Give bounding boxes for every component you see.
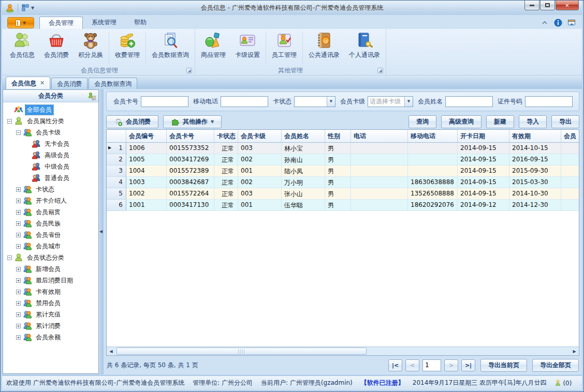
tree-item-1[interactable]: − 会员属性分类 — [3, 115, 98, 127]
last-page-button[interactable]: >| — [461, 359, 475, 371]
column-header-5[interactable]: 性别 — [325, 130, 351, 142]
tree-item-16[interactable]: + 卡有效期 — [3, 286, 98, 297]
tree-expander-icon[interactable]: + — [16, 290, 21, 294]
tree-expander-icon[interactable]: + — [16, 233, 21, 237]
column-header-4[interactable]: 会员姓名 — [282, 130, 325, 142]
tree-expander-icon[interactable]: + — [16, 221, 21, 226]
ribbon-button-1-4[interactable]: 个人通讯录 — [344, 30, 385, 66]
dialog-launcher-icon[interactable]: ◢ — [377, 68, 383, 73]
column-header-10[interactable]: 会员 — [561, 130, 579, 142]
ribbon-button-0-2[interactable]: 积分兑换 — [74, 30, 108, 66]
minimize-button[interactable] — [524, 1, 539, 10]
tree-item-8[interactable]: + 开卡介绍人 — [3, 195, 98, 206]
ribbon-button-0-0[interactable]: 会员信息 — [5, 30, 39, 66]
grid-row-3[interactable]: 4 10030003842687正常002万小明男186306388882014… — [107, 177, 579, 188]
sidebar-splitter[interactable]: ◀ — [99, 89, 104, 374]
collapse-sidebar-icon[interactable]: ◀ — [99, 222, 103, 241]
tree-item-2[interactable]: − 会员卡级 — [3, 127, 98, 138]
tab-close-icon[interactable]: ✕ — [40, 78, 45, 88]
ribbon-tab-member-mgmt[interactable]: 会员管理 — [39, 17, 83, 29]
grid-row-1[interactable]: 2 10050003417269正常002孙南山男2014-09-152016-… — [107, 154, 579, 165]
ribbon-button-1-0[interactable]: 商品管理 — [196, 30, 230, 66]
info-icon[interactable] — [554, 19, 562, 27]
doc-tab-member-data-query[interactable]: 会员数据查询 — [89, 78, 137, 89]
member-consume-button[interactable]: 会员消费 — [106, 115, 158, 128]
tree-item-0[interactable]: 全部会员 — [3, 104, 98, 115]
scrollbar-thumb[interactable]: |||| — [116, 348, 367, 355]
ribbon-button-1-1[interactable]: 卡级设置 — [230, 30, 265, 66]
prev-page-button[interactable]: < — [405, 359, 419, 371]
tree-expander-icon[interactable]: + — [16, 278, 21, 283]
resize-grip[interactable]: ⋰⋰ — [580, 380, 584, 386]
ribbon-button-1-2[interactable]: 员工管理 — [267, 30, 301, 66]
query-button[interactable]: 查询 — [408, 115, 436, 128]
quick-access-caret-icon[interactable]: ▼ — [31, 6, 34, 10]
id-number-input[interactable] — [525, 96, 573, 107]
card-level-select[interactable]: 请选择卡级 ▼ — [368, 96, 413, 107]
tree-item-5[interactable]: 中级会员 — [3, 161, 98, 172]
tree-expander-icon[interactable]: + — [16, 301, 21, 306]
column-header-3[interactable]: 会员卡级 — [238, 130, 282, 142]
scroll-left-icon[interactable]: ◀ — [107, 347, 115, 355]
tree-expander-icon[interactable]: + — [16, 267, 21, 272]
tree-expander-icon[interactable]: − — [16, 130, 21, 135]
tree-item-3[interactable]: 无卡会员 — [3, 138, 98, 149]
member-name-input[interactable] — [445, 96, 493, 107]
ribbon-button-0-4[interactable]: 会员数据查询 — [147, 30, 194, 66]
tree-item-15[interactable]: + 最后消费日期 — [3, 275, 98, 286]
category-settings-icon[interactable] — [87, 92, 96, 100]
column-header-6[interactable]: 电话 — [351, 130, 408, 142]
row-header[interactable]: 4 — [107, 177, 126, 188]
doc-tab-member-consume[interactable]: 会员消费 — [51, 78, 87, 89]
row-header[interactable]: 6 — [107, 200, 126, 211]
advanced-query-button[interactable]: 高级查询 — [441, 115, 481, 128]
column-header-7[interactable]: 移动电话 — [408, 130, 458, 142]
grid-row-2[interactable]: 3 10040015572389正常001陆小凤男2014-09-152015-… — [107, 165, 579, 177]
tree-item-11[interactable]: + 会员省份 — [3, 229, 98, 240]
column-header-2[interactable]: 卡状态 — [214, 130, 238, 142]
column-header-0[interactable]: 会员编号 — [126, 130, 167, 142]
card-status-select[interactable]: ▼ — [294, 96, 335, 107]
application-menu-button[interactable]: ▼ — [7, 17, 34, 28]
tree-expander-icon[interactable]: − — [7, 255, 12, 260]
column-header-1[interactable]: 会员卡号 — [167, 130, 214, 142]
ribbon-button-1-3[interactable]: @ 公共通讯录 — [304, 30, 344, 66]
tree-expander-icon[interactable]: + — [16, 199, 21, 203]
tree-item-6[interactable]: 普通会员 — [3, 172, 98, 184]
row-header[interactable]: 3 — [107, 165, 126, 177]
mobile-input[interactable] — [221, 96, 268, 107]
grid-row-5[interactable]: 6 10010003417130正常001伍华聪男186202920762014… — [107, 200, 579, 211]
new-button[interactable]: 新建 — [486, 115, 514, 128]
tree-item-19[interactable]: + 累计消费 — [3, 320, 98, 331]
tree-item-7[interactable]: + 卡状态 — [3, 184, 98, 195]
next-page-button[interactable]: > — [444, 359, 458, 371]
dropdown-arrow-icon[interactable]: ▼ — [404, 97, 413, 107]
tree-item-10[interactable]: + 会员民族 — [3, 218, 98, 229]
scrollbar-track[interactable]: |||| — [115, 347, 570, 355]
tree-expander-icon[interactable]: + — [16, 244, 21, 249]
registered-link[interactable]: 【软件已注册】 — [361, 379, 404, 387]
export-button[interactable]: 导出 — [551, 115, 579, 128]
first-page-button[interactable]: |< — [388, 359, 402, 371]
tree-expander-icon[interactable]: + — [16, 187, 21, 192]
column-header-8[interactable]: 开卡日期 — [458, 130, 509, 142]
row-header[interactable]: ▶1 — [107, 143, 126, 154]
maximize-button[interactable] — [540, 1, 555, 10]
tree-item-12[interactable]: + 会员城市 — [3, 240, 98, 252]
dialog-launcher-icon[interactable]: ◢ — [186, 68, 192, 73]
tree-item-17[interactable]: + 禁用会员 — [3, 297, 98, 309]
tree-item-13[interactable]: − 会员状态分类 — [3, 252, 98, 263]
tree-item-20[interactable]: + 会员余额 — [3, 331, 98, 343]
other-operations-button[interactable]: 其他操作 ▼ — [163, 115, 222, 128]
scroll-right-icon[interactable]: ▶ — [570, 347, 579, 355]
tree-expander-icon[interactable]: − — [7, 119, 12, 124]
export-all-pages-button[interactable]: 导出全部页 — [532, 359, 579, 372]
grid-row-0[interactable]: ▶1 10060015573352正常003林小宝男2014-09-152014… — [107, 143, 579, 154]
feedback-icon[interactable] — [567, 19, 576, 27]
ribbon-tab-system-mgmt[interactable]: 系统管理 — [83, 17, 125, 29]
dropdown-arrow-icon[interactable]: ▼ — [327, 97, 335, 107]
tree-expander-icon[interactable]: + — [16, 335, 21, 340]
row-header[interactable]: 2 — [107, 154, 126, 165]
page-number-input[interactable] — [422, 359, 441, 371]
horizontal-scrollbar[interactable]: ◀ |||| ▶ — [107, 346, 579, 355]
